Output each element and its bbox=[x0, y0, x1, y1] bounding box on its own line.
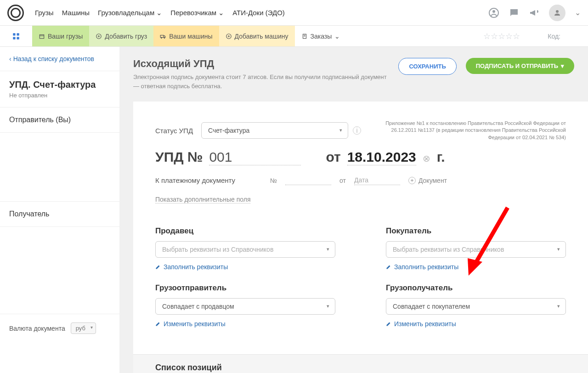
add-vehicle-tab[interactable]: Добавить машину bbox=[219, 26, 295, 46]
tab-label: Ваши машины bbox=[169, 33, 212, 40]
clipboard-icon bbox=[301, 33, 308, 40]
status-label: Статус УПД bbox=[155, 127, 197, 135]
consignee-title: Грузополучатель bbox=[386, 283, 566, 293]
status-select[interactable]: Счет-фактура bbox=[201, 122, 348, 139]
payment-date-input[interactable] bbox=[354, 175, 400, 185]
top-nav: Грузы Машины Грузовладельцам⌄ Перевозчик… bbox=[0, 0, 588, 26]
sign-send-button[interactable]: ПОДПИСАТЬ И ОТПРАВИТЬ ▾ bbox=[466, 58, 574, 74]
rating-stars[interactable]: ☆☆☆☆☆ bbox=[483, 31, 548, 41]
year-suffix: г. bbox=[437, 149, 445, 165]
nav-label: Перевозчикам bbox=[170, 9, 216, 17]
currency-select[interactable]: руб bbox=[71, 322, 96, 334]
chevron-down-icon: ⌄ bbox=[156, 9, 162, 17]
svg-point-11 bbox=[164, 37, 165, 38]
doc-title: УПД. Счет-фактура bbox=[9, 79, 110, 90]
upd-number-row: УПД № от 18.10.2023 ⊗ г. bbox=[155, 149, 566, 165]
pencil-icon bbox=[386, 321, 391, 327]
sidebar-spacer bbox=[0, 227, 119, 314]
doc-status: Не отправлен bbox=[9, 92, 110, 99]
svg-rect-4 bbox=[17, 33, 19, 35]
nav-links: Грузы Машины Грузовладельцам⌄ Перевозчик… bbox=[35, 9, 488, 17]
link-label: Изменить реквизиты bbox=[164, 320, 226, 328]
nav-vehicles[interactable]: Машины bbox=[62, 9, 90, 17]
chevron-down-icon: ⌄ bbox=[334, 33, 340, 40]
add-doc-label: Документ bbox=[418, 177, 447, 184]
recipient-section[interactable]: Получатель bbox=[0, 202, 119, 227]
consignee-select[interactable]: Совпадает с покупателем bbox=[386, 298, 566, 315]
orders-tab[interactable]: Заказы ⌄ bbox=[295, 26, 347, 46]
clear-date-icon[interactable]: ⊗ bbox=[423, 153, 430, 164]
show-more-fields-link[interactable]: Показать дополнительные поля bbox=[155, 196, 250, 203]
user-circle-icon[interactable] bbox=[488, 7, 499, 18]
pencil-icon bbox=[155, 264, 161, 270]
shipper-change-link[interactable]: Изменить реквизиты bbox=[155, 320, 335, 328]
chevron-left-icon: ‹ bbox=[9, 55, 11, 62]
payment-doc-row: К платежному документу № от + Документ bbox=[155, 175, 566, 185]
nav-cargo[interactable]: Грузы bbox=[35, 9, 54, 17]
sender-section[interactable]: Отправитель (Вы) bbox=[0, 107, 119, 133]
svg-rect-7 bbox=[40, 34, 44, 38]
svg-rect-9 bbox=[160, 35, 164, 37]
svg-rect-5 bbox=[13, 37, 15, 39]
svg-rect-3 bbox=[13, 33, 15, 35]
from2-label: от bbox=[339, 177, 346, 184]
shipper-title: Грузоотправитель bbox=[155, 283, 335, 293]
seller-fill-link[interactable]: Заполнить реквизиты bbox=[155, 263, 335, 271]
add-document-link[interactable]: + Документ bbox=[408, 177, 447, 184]
buyer-select[interactable]: Выбрать реквизиты из Справочников bbox=[386, 241, 566, 258]
nav-carriers[interactable]: Перевозчикам⌄ bbox=[170, 9, 224, 17]
button-label: ПОДПИСАТЬ И ОТПРАВИТЬ bbox=[476, 62, 558, 69]
add-cargo-tab[interactable]: Добавить груз bbox=[89, 26, 153, 46]
buyer-fill-link[interactable]: Заполнить реквизиты bbox=[386, 263, 566, 271]
payment-doc-label: К платежному документу bbox=[155, 176, 262, 184]
svg-point-10 bbox=[161, 37, 162, 38]
nav-label: Грузовладельцам bbox=[98, 9, 154, 17]
nav-ati-docs[interactable]: АТИ-Доки (ЭДО) bbox=[232, 9, 285, 17]
tab-label: Ваши грузы bbox=[48, 33, 83, 40]
pencil-icon bbox=[386, 264, 391, 270]
seller-select[interactable]: Выбрать реквизиты из Справочников bbox=[155, 241, 335, 258]
pencil-icon bbox=[155, 321, 161, 327]
chat-icon[interactable] bbox=[509, 7, 520, 18]
plus-circle-icon bbox=[226, 33, 232, 40]
recipient-label: Получатель bbox=[9, 210, 110, 218]
parties-row: Продавец Выбрать реквизиты из Справочник… bbox=[155, 226, 566, 340]
your-vehicles-tab[interactable]: Ваши машины bbox=[153, 26, 219, 46]
sub-nav: Ваши грузы Добавить груз Ваши машины Доб… bbox=[0, 26, 588, 47]
back-link[interactable]: ‹ Назад к списку документов bbox=[9, 55, 110, 62]
doc-info-block: УПД. Счет-фактура Не отправлен bbox=[0, 71, 119, 107]
logo-icon[interactable] bbox=[7, 5, 24, 21]
buyer-title: Покупатель bbox=[386, 226, 566, 236]
link-label: Изменить реквизиты bbox=[394, 320, 456, 328]
date-input[interactable]: 18.10.2023 bbox=[347, 149, 416, 165]
shipper-select[interactable]: Совпадает с продавцом bbox=[155, 298, 335, 315]
box-icon bbox=[39, 33, 45, 40]
page-title: Исходящий УПД bbox=[133, 58, 389, 70]
layout: ‹ Назад к списку документов УПД. Счет-фа… bbox=[0, 47, 588, 373]
positions-title: Список позиций bbox=[155, 363, 566, 373]
tab-label: Добавить груз bbox=[105, 33, 147, 40]
chevron-down-icon: ▾ bbox=[561, 62, 564, 69]
consignee-change-link[interactable]: Изменить реквизиты bbox=[386, 320, 566, 328]
svg-point-1 bbox=[492, 10, 495, 13]
apps-icon[interactable] bbox=[0, 26, 32, 46]
svg-rect-6 bbox=[17, 37, 19, 39]
legal-text: Приложение №1 к постановлению Правительс… bbox=[366, 120, 566, 141]
nav-cargo-owners[interactable]: Грузовладельцам⌄ bbox=[98, 9, 162, 17]
megaphone-icon[interactable] bbox=[529, 7, 540, 18]
payment-number-input[interactable] bbox=[285, 175, 331, 185]
link-label: Заполнить реквизиты bbox=[164, 263, 228, 271]
info-icon[interactable]: i bbox=[353, 126, 361, 135]
sidebar-spacer bbox=[0, 133, 119, 202]
save-button[interactable]: СОХРАНИТЬ bbox=[398, 58, 456, 75]
header-text: Исходящий УПД Электронная подпись докуме… bbox=[133, 58, 389, 90]
your-cargo-tab[interactable]: Ваши грузы bbox=[32, 26, 89, 46]
avatar-icon[interactable] bbox=[549, 5, 565, 21]
truck-icon bbox=[160, 33, 166, 40]
svg-point-2 bbox=[556, 10, 559, 13]
chevron-down-icon[interactable]: ⌄ bbox=[575, 8, 581, 17]
num-label: № bbox=[270, 177, 277, 184]
back-label: Назад к списку документов bbox=[13, 55, 94, 62]
seller-title: Продавец bbox=[155, 226, 335, 236]
upd-number-input[interactable] bbox=[209, 149, 301, 165]
